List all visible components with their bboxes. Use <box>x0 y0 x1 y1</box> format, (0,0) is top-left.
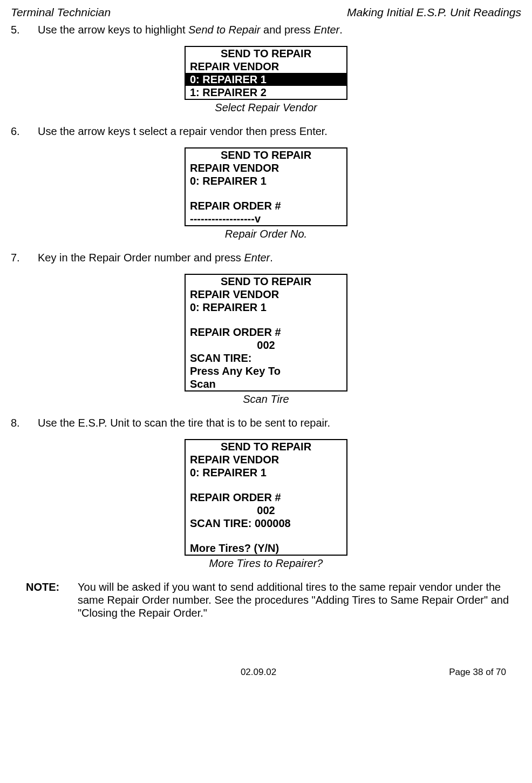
step-6-text: Use the arrow keys t select a repair ven… <box>38 125 521 138</box>
screen-d-title: SEND TO REPAIR <box>186 440 346 453</box>
page-footer: 02.09.02 Page 38 of 70 <box>11 667 521 678</box>
screen-d: SEND TO REPAIR REPAIR VENDOR 0: REPAIRER… <box>185 439 347 556</box>
note-block: NOTE: You will be asked if you want to s… <box>26 580 521 619</box>
screen-a-l2: 1: REPAIRER 2 <box>186 86 346 99</box>
screen-d-wrap: SEND TO REPAIR REPAIR VENDOR 0: REPAIRER… <box>11 439 521 570</box>
step-7-em: Enter <box>244 252 270 264</box>
footer-left <box>11 667 176 678</box>
step-7-text-b: . <box>270 252 273 264</box>
screen-b-title: SEND TO REPAIR <box>186 148 346 161</box>
header-right: Making Initial E.S.P. Unit Readings <box>347 5 521 19</box>
screen-d-l3: REPAIR ORDER # <box>186 491 346 504</box>
step-7: 7. Key in the Repair Order number and pr… <box>11 251 521 264</box>
step-8-text: Use the E.S.P. Unit to scan the tire tha… <box>38 416 521 429</box>
screen-c-title: SEND TO REPAIR <box>186 275 346 288</box>
step-5-number: 5. <box>11 23 38 36</box>
screen-a-l1: REPAIR VENDOR <box>186 60 346 73</box>
screen-c-l4: 002 <box>186 339 346 352</box>
screen-a-selected: 0: REPAIRER 1 <box>186 73 346 86</box>
screen-a-title: SEND TO REPAIR <box>186 47 346 60</box>
step-7-text-a: Key in the Repair Order number and press <box>38 252 244 264</box>
screen-c-l1: REPAIR VENDOR <box>186 288 346 301</box>
screen-a: SEND TO REPAIR REPAIR VENDOR 0: REPAIRER… <box>185 46 347 100</box>
step-7-text: Key in the Repair Order number and press… <box>38 251 521 264</box>
step-5-text-a: Use the arrow keys to highlight <box>38 24 188 36</box>
screen-c-l7: Scan <box>186 377 346 390</box>
screen-b-l3: REPAIR ORDER # <box>186 199 346 212</box>
step-6: 6. Use the arrow keys t select a repair … <box>11 125 521 138</box>
screen-c-l2: 0: REPAIRER 1 <box>186 301 346 314</box>
step-5-text-c: . <box>339 24 343 36</box>
screen-a-caption: Select Repair Vendor <box>185 101 347 114</box>
step-8-number: 8. <box>11 416 38 429</box>
page-header: Terminal Technician Making Initial E.S.P… <box>11 5 521 19</box>
screen-b-l1: REPAIR VENDOR <box>186 161 346 174</box>
screen-b-caption: Repair Order No. <box>185 227 347 240</box>
step-5: 5. Use the arrow keys to highlight Send … <box>11 23 521 36</box>
screen-b: SEND TO REPAIR REPAIR VENDOR 0: REPAIRER… <box>185 147 347 226</box>
screen-c-l5: SCAN TIRE: <box>186 352 346 364</box>
step-5-em1: Send to <box>188 24 229 36</box>
screen-b-l2: 0: REPAIRER 1 <box>186 174 346 187</box>
screen-d-l6: More Tires? (Y/N) <box>186 542 346 555</box>
note-text: You will be asked if you want to send ad… <box>78 580 521 619</box>
footer-page: Page 38 of 70 <box>341 667 506 678</box>
step-5-em2: Repair <box>229 24 261 36</box>
screen-c: SEND TO REPAIR REPAIR VENDOR 0: REPAIRER… <box>185 274 347 392</box>
step-5-em3: Enter <box>313 24 339 36</box>
footer-date: 02.09.02 <box>176 667 341 678</box>
step-8: 8. Use the E.S.P. Unit to scan the tire … <box>11 416 521 429</box>
screen-c-wrap: SEND TO REPAIR REPAIR VENDOR 0: REPAIRER… <box>11 274 521 406</box>
screen-b-l4: ------------------v <box>186 212 346 225</box>
step-7-number: 7. <box>11 251 38 264</box>
step-5-text-b: and press <box>260 24 313 36</box>
screen-c-l6: Press Any Key To <box>186 364 346 377</box>
screen-d-l2: 0: REPAIRER 1 <box>186 466 346 479</box>
screen-b-wrap: SEND TO REPAIR REPAIR VENDOR 0: REPAIRER… <box>11 147 521 240</box>
header-left: Terminal Technician <box>11 5 111 19</box>
note-label: NOTE: <box>26 580 78 619</box>
step-5-text: Use the arrow keys to highlight Send to … <box>38 23 521 36</box>
screen-d-l1: REPAIR VENDOR <box>186 453 346 466</box>
screen-d-l4: 002 <box>186 504 346 517</box>
step-6-number: 6. <box>11 125 38 138</box>
screen-c-caption: Scan Tire <box>185 393 347 406</box>
screen-c-l3: REPAIR ORDER # <box>186 326 346 339</box>
screen-d-l5: SCAN TIRE: 000008 <box>186 517 346 530</box>
screen-d-caption: More Tires to Repairer? <box>185 557 347 570</box>
screen-a-wrap: SEND TO REPAIR REPAIR VENDOR 0: REPAIRER… <box>11 46 521 114</box>
